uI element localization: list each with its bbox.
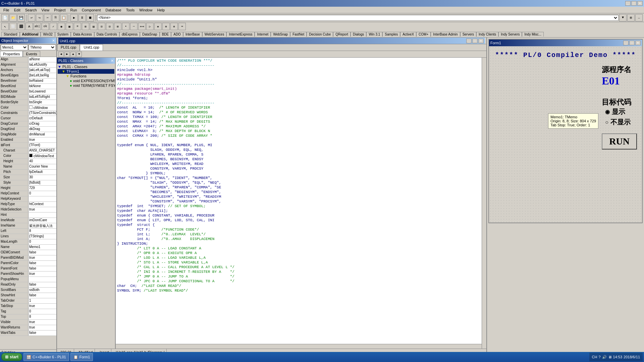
- paste-btn[interactable]: 📋: [60, 14, 67, 21]
- tab-webservices[interactable]: WebServices: [202, 32, 227, 37]
- tab-system[interactable]: System: [55, 32, 71, 37]
- maximize-button[interactable]: □: [631, 1, 637, 6]
- comp-btn22[interactable]: ⌨: [178, 23, 186, 30]
- minimize-button[interactable]: _: [625, 1, 631, 6]
- code-editor[interactable]: /*** PLO COMPILER WITH CODE GENERATION *…: [116, 58, 486, 349]
- save-btn[interactable]: 💾: [17, 14, 25, 21]
- tab-bde[interactable]: BDE: [160, 32, 171, 37]
- oi-tab-events[interactable]: Events: [23, 51, 40, 57]
- comp-btn4[interactable]: ab|: [34, 23, 41, 30]
- tab-standard[interactable]: Standard: [1, 32, 20, 37]
- new-btn[interactable]: 📄: [1, 14, 9, 21]
- copy-btn[interactable]: ⎘: [52, 14, 59, 21]
- comp-btn19[interactable]: ◈: [154, 23, 162, 30]
- tab-websnap[interactable]: WebSnap: [271, 32, 290, 37]
- menu-tools[interactable]: Tools: [124, 8, 137, 12]
- nav-forward[interactable]: ▶: [64, 52, 70, 57]
- comp-btn2[interactable]: ⬛: [17, 23, 25, 30]
- tab-win32[interactable]: Win32: [41, 32, 55, 37]
- menu-help[interactable]: Help: [155, 8, 167, 12]
- comp-btn3[interactable]: A: [25, 23, 33, 30]
- tree-close[interactable]: ✕: [111, 59, 114, 63]
- oi-object-select1[interactable]: Memo1: [1, 44, 28, 50]
- tree-item-pl01classes[interactable]: ▼ PL01 - Classes: [58, 64, 114, 69]
- editor-close[interactable]: ✕: [478, 39, 484, 43]
- tab-com[interactable]: COM+: [416, 32, 431, 37]
- comp-btn1[interactable]: ⬜: [9, 23, 17, 30]
- comp-btn16[interactable]: ↔: [130, 23, 138, 30]
- editor-scrollbar-h[interactable]: [116, 344, 482, 349]
- menu-edit[interactable]: Edit: [12, 8, 22, 12]
- oi-close[interactable]: ✕: [52, 39, 55, 43]
- tree-item-term[interactable]: ● void TERM(SYMSET FSYS, int: [58, 83, 114, 88]
- form1-minimize[interactable]: _: [623, 41, 629, 45]
- tab-dialogs[interactable]: Dialogs: [351, 32, 366, 37]
- radio-show[interactable]: ◉ 显示: [605, 107, 631, 116]
- taskbar-item-windows[interactable]: 🪟 C++Builder 6 - PL01: [23, 353, 69, 361]
- comp-btn13[interactable]: ⊟: [106, 23, 113, 30]
- comp-btn20[interactable]: ⊕: [162, 23, 170, 30]
- stop-btn[interactable]: ⏹: [87, 14, 94, 21]
- tree-item-tform1[interactable]: ▼ TForm1: [58, 69, 114, 74]
- menu-component[interactable]: Component: [80, 8, 103, 12]
- tree-item-functions[interactable]: ▼ Functions: [58, 74, 114, 78]
- tab-decisioncube[interactable]: Decision Cube: [307, 32, 333, 37]
- menu-search[interactable]: Search: [23, 8, 39, 12]
- tab-activex[interactable]: ActiveX: [400, 32, 416, 37]
- tab-interbase[interactable]: InterBase: [183, 32, 202, 37]
- tab-pl01cpp[interactable]: PL01.cpp: [57, 44, 80, 51]
- comp-btn14[interactable]: ⊞: [114, 23, 121, 30]
- comp-btn21[interactable]: ⊗: [170, 23, 178, 30]
- tab-dbexpress[interactable]: dbExpress: [119, 32, 140, 37]
- tab-additional[interactable]: Additional: [20, 32, 41, 37]
- comp-btn17[interactable]: ⟺: [138, 23, 146, 30]
- menu-database[interactable]: Database: [104, 8, 123, 12]
- tab-win31[interactable]: Win 3.1: [366, 32, 382, 37]
- tab-indyservers[interactable]: Indy Servers: [498, 32, 522, 37]
- comp-pointer[interactable]: ↖: [1, 23, 9, 30]
- tab-servers[interactable]: Servers: [460, 32, 476, 37]
- comp-btn5[interactable]: ok: [42, 23, 49, 30]
- comp-btn11[interactable]: ▤: [90, 23, 97, 30]
- tab-datacontrols[interactable]: Data Controls: [94, 32, 119, 37]
- menu-window[interactable]: Window: [137, 8, 154, 12]
- tab-fastnet[interactable]: FastNet: [290, 32, 307, 37]
- cut-btn[interactable]: ✂: [44, 14, 51, 21]
- none-combo[interactable]: <None>: [97, 15, 619, 21]
- menu-view[interactable]: View: [40, 8, 52, 12]
- editor-maximize[interactable]: □: [472, 39, 478, 43]
- comp-btn7[interactable]: ◉: [58, 23, 65, 30]
- tab-indyclients[interactable]: Indy Clients: [476, 32, 498, 37]
- tab-indymisc[interactable]: Indy Misc...: [522, 32, 544, 37]
- tab-dataaccess[interactable]: Data Access: [71, 32, 94, 37]
- comp-btn6[interactable]: ✓: [50, 23, 57, 30]
- tab-samples[interactable]: Samples: [382, 32, 400, 37]
- menu-run[interactable]: Run: [68, 8, 79, 12]
- editor-scrollbar-v[interactable]: [482, 58, 486, 349]
- nav-down[interactable]: ▼: [76, 52, 82, 57]
- close-button[interactable]: ✕: [637, 1, 643, 6]
- comp-btn18[interactable]: ▷: [146, 23, 154, 30]
- form1-close[interactable]: ✕: [635, 41, 641, 45]
- editor-minimize[interactable]: _: [466, 39, 472, 43]
- nav-back[interactable]: ◀: [58, 52, 64, 57]
- combo-btn3[interactable]: …: [635, 14, 643, 21]
- radio-hide[interactable]: ○ 不显示: [605, 118, 631, 127]
- taskbar-item-form1[interactable]: 📋 Form1: [70, 353, 93, 361]
- nav-up[interactable]: ▲: [70, 52, 76, 57]
- tab-qreport[interactable]: QReport: [333, 32, 351, 37]
- redo-btn[interactable]: ↪: [36, 14, 43, 21]
- oi-tab-properties[interactable]: Properties: [0, 51, 23, 57]
- tab-internet[interactable]: Internet: [255, 32, 271, 37]
- run-btn[interactable]: ▶: [70, 14, 78, 21]
- combo-btn2[interactable]: ⊞: [627, 14, 635, 21]
- comp-btn10[interactable]: ⊞: [82, 23, 89, 30]
- tab-datasnap[interactable]: DataSnap: [140, 32, 159, 37]
- tab-interbaseadmin[interactable]: InterBase Admin: [431, 32, 460, 37]
- form1-maximize[interactable]: □: [629, 41, 635, 45]
- tree-item-expression[interactable]: ● void EXPRESSION(SYMSET F: [58, 78, 114, 83]
- tab-internetexpress[interactable]: InternetExpress: [226, 32, 255, 37]
- oi-object-select2[interactable]: TMemo: [29, 44, 56, 50]
- run-button[interactable]: RUN: [602, 133, 637, 149]
- tab-unit1cpp[interactable]: Unit1.cpp: [80, 44, 103, 51]
